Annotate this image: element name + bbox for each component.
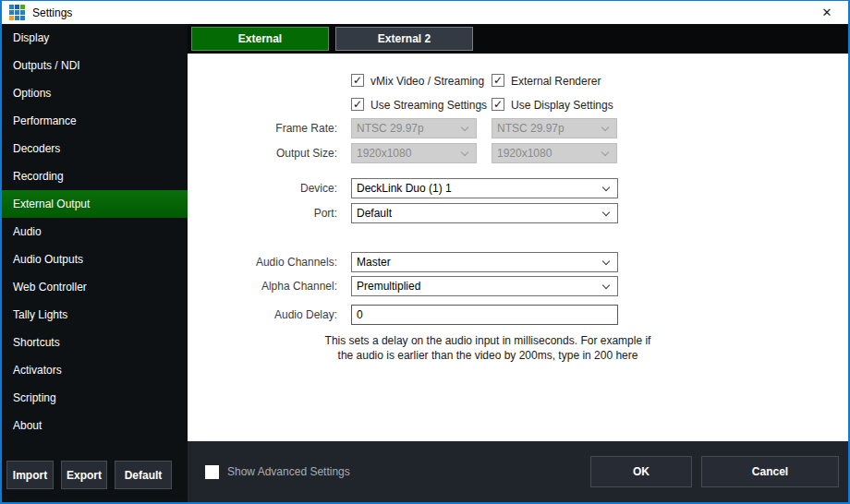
sidebar-item-display[interactable]: Display [2, 24, 188, 52]
sidebar-item-shortcuts[interactable]: Shortcuts [2, 329, 188, 356]
output-size-dropdown-2: 1920x1080 [492, 143, 617, 163]
sidebar-item-recording[interactable]: Recording [2, 162, 188, 190]
chevron-down-icon [602, 282, 610, 289]
import-button[interactable]: Import [6, 461, 54, 489]
external-output-form: ✓ vMix Video / Streaming ✓ External Rend… [188, 54, 848, 441]
vmix-logo-icon [9, 5, 25, 20]
cancel-button[interactable]: Cancel [701, 456, 839, 487]
tab-external[interactable]: External [191, 27, 329, 51]
close-icon[interactable]: ✕ [811, 2, 843, 23]
frame-rate-dropdown-1: NTSC 29.97p [351, 118, 477, 138]
default-button[interactable]: Default [115, 461, 172, 489]
ok-button[interactable]: OK [590, 456, 692, 487]
audio-channels-dropdown[interactable]: Master [351, 252, 618, 272]
chevron-down-icon [461, 124, 468, 131]
show-advanced-settings-label: Show Advanced Settings [227, 465, 590, 478]
sidebar-item-scripting[interactable]: Scripting [2, 384, 188, 412]
sidebar-actions: Import Export Default [6, 461, 172, 489]
sidebar-item-web-controller[interactable]: Web Controller [2, 273, 188, 301]
window-body: Display Outputs / NDI Options Performanc… [2, 24, 848, 502]
alpha-channel-dropdown[interactable]: Premultiplied [351, 276, 618, 296]
chevron-down-icon [461, 149, 468, 156]
checkmark-icon: ✓ [493, 99, 503, 110]
audio-delay-label: Audio Delay: [188, 305, 337, 325]
port-dropdown[interactable]: Default [351, 203, 618, 223]
sidebar-item-external-output[interactable]: External Output [2, 190, 188, 218]
window-title: Settings [32, 6, 811, 19]
sidebar-item-performance[interactable]: Performance [2, 107, 188, 135]
external-renderer-checkbox[interactable]: ✓ [492, 74, 504, 87]
use-streaming-settings-checkbox[interactable]: ✓ [351, 98, 364, 111]
checkmark-icon: ✓ [353, 75, 362, 86]
vmix-video-streaming-label: vMix Video / Streaming [370, 75, 484, 88]
output-size-dropdown-1: 1920x1080 [351, 143, 477, 163]
chevron-down-icon [602, 258, 610, 265]
tab-bar: External External 2 [188, 24, 848, 54]
checkmark-icon: ✓ [493, 75, 503, 86]
sidebar: Display Outputs / NDI Options Performanc… [2, 24, 188, 502]
export-button[interactable]: Export [61, 461, 107, 489]
audio-channels-label: Audio Channels: [188, 252, 337, 272]
sidebar-item-tally-lights[interactable]: Tally Lights [2, 301, 188, 329]
sidebar-item-outputs-ndi[interactable]: Outputs / NDI [2, 52, 188, 79]
audio-delay-help-text: This sets a delay on the audio input in … [308, 333, 668, 363]
title-bar: Settings ✕ [2, 1, 848, 24]
use-display-settings-checkbox[interactable]: ✓ [492, 98, 504, 111]
chevron-down-icon [601, 124, 609, 131]
use-streaming-settings-label: Use Streaming Settings [370, 99, 487, 112]
settings-window: Settings ✕ Display Outputs / NDI Options… [0, 0, 850, 504]
sidebar-item-audio-outputs[interactable]: Audio Outputs [2, 246, 188, 273]
footer-bar: Show Advanced Settings OK Cancel [188, 441, 848, 502]
checkmark-icon: ✓ [353, 99, 362, 110]
main-panel: External External 2 ✓ vMix Video / Strea… [188, 24, 848, 502]
output-size-label: Output Size: [188, 143, 337, 163]
alpha-channel-label: Alpha Channel: [188, 276, 337, 296]
sidebar-item-activators[interactable]: Activators [2, 356, 188, 384]
chevron-down-icon [601, 149, 609, 156]
sidebar-item-about[interactable]: About [2, 412, 188, 439]
chevron-down-icon [602, 184, 610, 191]
frame-rate-label: Frame Rate: [188, 118, 337, 138]
audio-delay-input[interactable] [351, 305, 618, 325]
sidebar-item-options[interactable]: Options [2, 79, 188, 107]
frame-rate-dropdown-2: NTSC 29.97p [492, 118, 617, 138]
sidebar-item-audio[interactable]: Audio [2, 218, 188, 246]
device-dropdown[interactable]: DeckLink Duo (1) 1 [351, 178, 618, 198]
tab-external-2[interactable]: External 2 [335, 27, 473, 51]
external-renderer-label: External Renderer [511, 75, 601, 88]
device-label: Device: [188, 178, 337, 198]
chevron-down-icon [602, 209, 610, 216]
port-label: Port: [188, 203, 337, 223]
show-advanced-settings-checkbox[interactable] [205, 465, 219, 479]
sidebar-item-decoders[interactable]: Decoders [2, 135, 188, 162]
vmix-video-streaming-checkbox[interactable]: ✓ [351, 74, 364, 87]
use-display-settings-label: Use Display Settings [511, 99, 613, 112]
